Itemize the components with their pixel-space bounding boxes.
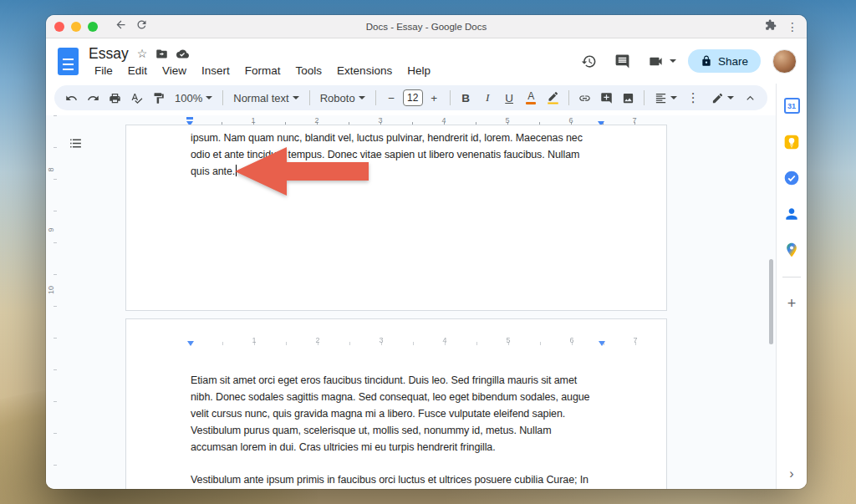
align-select[interactable] — [650, 88, 682, 108]
maps-icon[interactable] — [783, 241, 801, 258]
text-line[interactable]: nibh. Donec sodales sagittis magna. Sed … — [191, 389, 633, 405]
menu-help[interactable]: Help — [401, 64, 436, 78]
menu-format[interactable]: Format — [239, 64, 287, 78]
keep-icon[interactable] — [783, 133, 801, 150]
insert-link-icon[interactable] — [574, 88, 595, 108]
spellcheck-icon[interactable] — [126, 88, 147, 108]
paint-format-icon[interactable] — [148, 88, 169, 108]
document-outline-icon[interactable] — [66, 134, 84, 152]
editing-mode-select[interactable] — [706, 88, 739, 108]
menu-file[interactable]: File — [89, 64, 119, 78]
menu-tools[interactable]: Tools — [290, 64, 329, 78]
menu-bar: File Edit View Insert Format Tools Exten… — [89, 64, 436, 78]
font-family-select[interactable]: Roboto — [315, 88, 370, 108]
minimize-window-button[interactable] — [71, 22, 81, 32]
share-button[interactable]: Share — [688, 49, 761, 73]
page-2[interactable]: 1 2 3 4 5 6 7 Etiam sit amet orci eget e… — [125, 318, 667, 489]
align-left-icon — [655, 92, 667, 104]
back-icon[interactable] — [115, 18, 127, 34]
docs-logo[interactable] — [58, 48, 79, 75]
ruler-number: 2 — [314, 116, 318, 125]
ruler-number: 2 — [315, 336, 319, 344]
redo-icon[interactable] — [83, 88, 104, 108]
menu-extensions[interactable]: Extensions — [331, 64, 398, 78]
ruler-number: 4 — [442, 336, 446, 344]
print-icon[interactable] — [104, 88, 125, 108]
vertical-scrollbar[interactable] — [769, 259, 773, 344]
text-line[interactable]: ipsum. Nam quam nunc, blandit vel, luctu… — [191, 130, 633, 146]
ruler-number: 6 — [569, 336, 573, 344]
tasks-icon[interactable] — [783, 169, 801, 186]
text-line[interactable]: Vestibulum purus quam, scelerisque ut, m… — [191, 422, 633, 439]
divider — [375, 90, 376, 105]
text-line[interactable]: Vestibulum ante ipsum primis in faucibus… — [191, 471, 633, 488]
divider — [450, 90, 451, 105]
calendar-icon[interactable]: 31 — [783, 97, 801, 115]
comments-icon[interactable] — [612, 50, 634, 72]
font-family-value: Roboto — [320, 92, 355, 104]
undo-icon[interactable] — [61, 88, 82, 108]
avatar[interactable] — [772, 49, 797, 74]
star-icon[interactable]: ☆ — [137, 47, 148, 60]
cloud-saved-icon[interactable] — [176, 48, 189, 60]
page-1[interactable]: ipsum. Nam quam nunc, blandit vel, luctu… — [125, 125, 667, 311]
underline-button[interactable]: U — [499, 88, 520, 108]
ruler-number: 3 — [378, 116, 382, 125]
calendar-date-label: 31 — [787, 102, 796, 110]
text-line[interactable]: Etiam sit amet orci eget eros faucibus t… — [191, 372, 633, 389]
text-line[interactable]: velit cursus nunc, quis gravida magna mi… — [191, 405, 633, 422]
divider — [222, 90, 223, 105]
ruler-number: 7 — [633, 336, 637, 344]
chevron-down-icon — [359, 96, 365, 103]
fullscreen-window-button[interactable] — [88, 22, 98, 32]
hide-side-panel-chevron[interactable]: › — [789, 467, 793, 481]
text-color-bar — [526, 102, 536, 104]
zoom-select[interactable]: 100% — [170, 88, 217, 108]
ruler-number: 1 — [251, 116, 255, 125]
chevron-down-icon — [293, 96, 299, 103]
divider — [309, 90, 310, 105]
videocam-icon — [645, 50, 667, 72]
collapse-toolbar-icon[interactable] — [740, 88, 761, 108]
close-window-button[interactable] — [54, 22, 64, 32]
browser-window: Docs - Essay - Google Docs ⋮ Essay ☆ Fil… — [46, 15, 807, 489]
move-folder-icon[interactable] — [155, 48, 168, 60]
add-addon-button[interactable]: + — [787, 296, 797, 311]
ruler-number: 3 — [379, 336, 383, 344]
bold-button[interactable]: B — [456, 88, 476, 108]
paragraph-style-select[interactable]: Normal text — [228, 88, 303, 108]
increase-font-size-button[interactable]: + — [424, 88, 445, 108]
ruler-number: 1 — [252, 336, 256, 344]
pencil-icon — [711, 92, 724, 104]
menu-insert[interactable]: Insert — [196, 64, 236, 78]
insert-image-icon[interactable] — [618, 88, 639, 108]
zoom-value: 100% — [175, 92, 202, 104]
font-size-input[interactable]: 12 — [403, 89, 423, 106]
highlight-color-icon[interactable] — [543, 88, 563, 108]
text-line[interactable]: accumsan lorem in dui. Cras ultricies mi… — [191, 439, 633, 456]
more-options-button[interactable]: ⋮ — [683, 88, 704, 108]
v-ruler-number: 9 — [47, 224, 55, 236]
decrease-font-size-button[interactable]: − — [381, 88, 402, 108]
meet-call-button[interactable] — [645, 50, 676, 72]
side-panel-rail: 31 + › — [776, 84, 807, 489]
extensions-puzzle-icon[interactable] — [765, 19, 777, 34]
v-ruler-number: 8 — [47, 164, 55, 176]
italic-button[interactable]: I — [477, 88, 498, 108]
chevron-down-icon — [727, 96, 734, 103]
add-comment-icon[interactable] — [596, 88, 617, 108]
version-history-icon[interactable] — [578, 50, 600, 72]
first-line-indent-marker[interactable] — [186, 117, 193, 120]
paragraph-gap — [191, 456, 633, 471]
text-line-content: quis ante. — [191, 165, 235, 177]
menu-view[interactable]: View — [156, 64, 192, 78]
contacts-icon[interactable] — [783, 205, 801, 222]
paragraph-style-value: Normal text — [233, 92, 288, 104]
browser-menu-icon[interactable]: ⋮ — [787, 21, 798, 33]
text-color-button[interactable]: A — [521, 88, 542, 108]
divider — [568, 90, 569, 105]
document-title[interactable]: Essay — [89, 45, 129, 63]
reload-icon[interactable] — [135, 18, 148, 34]
ruler-number: 7 — [632, 116, 636, 125]
menu-edit[interactable]: Edit — [122, 64, 153, 78]
